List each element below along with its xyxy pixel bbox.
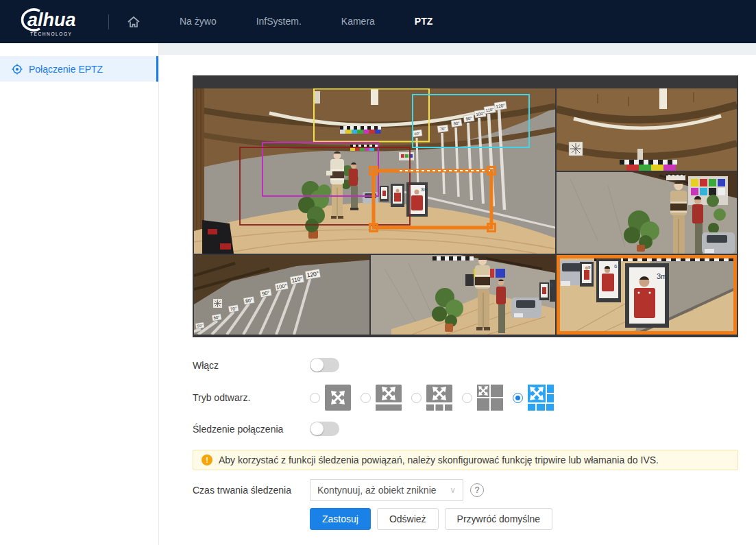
sub-view-selected[interactable]: 9 6 3m — [557, 255, 738, 335]
main-content: 60° 70° 80° 90° 100° 110° 120° — [159, 55, 756, 545]
angle-label: 60° — [414, 131, 420, 136]
enable-label: Włącz — [193, 360, 310, 371]
mode-icon-grid-2x2 — [477, 385, 503, 411]
sub-view-angle-wall[interactable]: 50° 60° 70° 80° 90° 100° 110° 120° — [193, 255, 369, 335]
mode-icon-panorama-5 — [528, 385, 554, 411]
sub-view-room-2[interactable]: 6 — [371, 255, 555, 335]
mode-icon-panorama-3 — [426, 385, 452, 411]
warning-text: Aby korzystać z funkcji śledzenia powiąz… — [219, 455, 659, 465]
enable-toggle[interactable] — [310, 358, 339, 372]
sub-view-room[interactable] — [557, 172, 737, 254]
sidebar: Połączenie EPTZ — [0, 43, 159, 545]
mode-option-panorama-3[interactable] — [411, 385, 452, 411]
link-tracking-row: Śledzenie połączenia — [193, 422, 756, 436]
mode-options — [310, 385, 554, 411]
nav-item-kamera[interactable]: Kamera — [321, 0, 395, 43]
dahua-logo[interactable]: alhua TECHNOLOGY — [10, 5, 100, 39]
home-icon[interactable] — [125, 14, 142, 30]
radio — [361, 393, 371, 403]
top-navbar: alhua TECHNOLOGY Na żywo InfSystem. Kame… — [0, 0, 756, 43]
mode-option-panorama-1[interactable] — [361, 385, 402, 411]
warning-banner: ! Aby korzystać z funkcji śledzenia powi… — [193, 450, 738, 470]
distance-label-3m: 3m — [421, 187, 428, 192]
chevron-down-icon: ∨ — [450, 485, 456, 495]
radio — [310, 393, 320, 403]
link-tracking-label: Śledzenie połączenia — [193, 424, 310, 435]
panorama-view[interactable]: 60° 70° 80° 90° 100° 110° 120° — [194, 88, 555, 254]
refresh-button[interactable]: Odśwież — [377, 508, 439, 530]
distance-label: 6 — [550, 282, 553, 287]
duration-row: Czas trwania śledzenia Kontynuuj, aż obi… — [193, 479, 756, 501]
duration-select[interactable]: Kontynuuj, aż obiekt zniknie ∨ — [310, 479, 463, 501]
link-tracking-toggle[interactable] — [310, 422, 339, 436]
nav-item-ptz[interactable]: PTZ — [395, 0, 452, 43]
nav-item-na-zywo[interactable]: Na żywo — [160, 0, 236, 43]
apply-button[interactable]: Zastosuj — [310, 508, 371, 530]
warning-icon: ! — [202, 455, 212, 465]
mode-option-grid-2x2[interactable] — [462, 385, 503, 411]
eptz-target-icon — [12, 64, 23, 75]
logo-sub-text: TECHNOLOGY — [30, 32, 73, 36]
mode-row: Tryb odtwarz. — [193, 385, 756, 411]
mode-icon-panorama — [325, 385, 351, 411]
duration-value: Kontynuuj, aż obiekt zniknie — [317, 485, 437, 496]
action-buttons: Zastosuj Odśwież Przywróć domyślne — [310, 508, 756, 530]
mode-label: Tryb odtwarz. — [193, 392, 310, 403]
main-menu: Na żywo InfSystem. Kamera PTZ — [160, 0, 452, 43]
help-icon[interactable]: ? — [470, 483, 484, 497]
logo-brand-text: alhua — [27, 10, 76, 30]
distance-label-3m: 3m — [657, 272, 667, 280]
enable-row: Włącz — [193, 358, 756, 372]
navbar-divider — [108, 14, 109, 29]
sub-view-ceiling[interactable] — [557, 88, 737, 171]
duration-label: Czas trwania śledzenia — [193, 485, 310, 496]
mode-icon-panorama-1 — [376, 385, 402, 411]
radio — [462, 393, 472, 403]
nav-item-infsystem[interactable]: InfSystem. — [236, 0, 321, 43]
mode-option-panorama[interactable] — [310, 385, 351, 411]
restore-defaults-button[interactable]: Przywróć domyślne — [445, 508, 552, 530]
content-top-strip — [159, 43, 756, 55]
mode-option-panorama-5[interactable] — [513, 385, 554, 411]
radio — [411, 393, 422, 403]
radio — [513, 393, 523, 403]
camera-multiview[interactable]: 60° 70° 80° 90° 100° 110° 120° — [193, 75, 738, 337]
sidebar-item-polaczenie-eptz[interactable]: Połączenie EPTZ — [0, 56, 158, 82]
sidebar-item-label: Połączenie EPTZ — [29, 64, 103, 75]
distance-label: 6 — [614, 263, 618, 269]
